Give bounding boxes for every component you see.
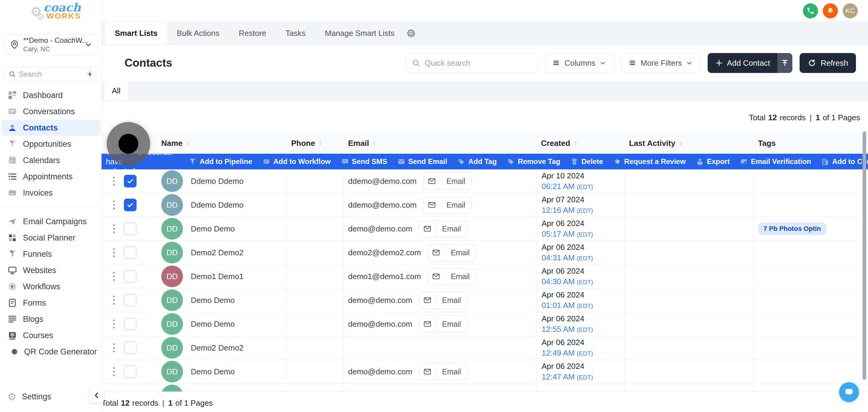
sidebar-item-qr-code-generator[interactable]: QR Code Generator — [0, 344, 101, 360]
send-email-button[interactable]: Email — [419, 292, 467, 309]
sort-icon[interactable] — [317, 140, 323, 146]
row-checkbox[interactable] — [124, 270, 136, 283]
send-email-button[interactable]: Email — [428, 268, 476, 285]
send-email-button[interactable]: Email — [428, 244, 476, 261]
sort-icon[interactable] — [572, 140, 579, 146]
sidebar-item-dashboard[interactable]: Dashboard — [0, 87, 101, 103]
add-to-company-button[interactable]: Add to Company — [821, 157, 868, 166]
send-email-button[interactable]: Email — [423, 173, 472, 190]
contact-name[interactable]: Demo Demo — [191, 296, 235, 305]
chevron-down-icon — [84, 41, 92, 49]
refresh-button[interactable]: Refresh — [800, 53, 856, 73]
sidebar-search-input[interactable] — [19, 70, 83, 78]
sidebar-item-opportunities[interactable]: Opportunities — [0, 136, 101, 152]
row-checkbox[interactable] — [124, 294, 136, 307]
tab-manage-smart-lists[interactable]: Manage Smart Lists — [315, 22, 404, 45]
add-contact-button[interactable]: Add Contact — [708, 53, 777, 73]
column-header-last-activity[interactable]: Last Activity — [624, 139, 753, 148]
send-email-button[interactable]: Email — [419, 220, 467, 237]
sidebar-item-contacts[interactable]: Contacts — [2, 120, 100, 136]
contact-name[interactable]: Demo Demo — [191, 319, 235, 329]
sidebar-item-email-campaigns[interactable]: Email Campaigns — [0, 213, 101, 230]
row-menu-button[interactable] — [111, 199, 117, 211]
send-sms-button[interactable]: Send SMS — [341, 157, 387, 166]
sidebar-collapse-button[interactable] — [89, 388, 104, 403]
import-contacts-button[interactable] — [777, 53, 792, 73]
row-checkbox[interactable] — [124, 175, 136, 187]
contact-name[interactable]: Ddemo Ddemo — [191, 200, 244, 210]
tag-pill[interactable]: 7 Pb Photos Optin — [758, 222, 827, 235]
row-menu-button[interactable] — [111, 342, 117, 354]
row-menu-button[interactable] — [111, 222, 117, 235]
contact-name[interactable]: Demo Demo — [191, 224, 235, 233]
sms-bubble-icon — [341, 158, 349, 165]
sidebar-item-conversations[interactable]: Conversations — [0, 103, 101, 120]
request-review-button[interactable]: Request a Review — [613, 157, 686, 166]
quick-search-input[interactable] — [425, 59, 531, 68]
sidebar-item-courses[interactable]: Courses — [0, 327, 101, 344]
sidebar-item-blogs[interactable]: Blogs — [0, 311, 101, 327]
row-menu-button[interactable] — [111, 294, 117, 307]
sidebar-item-funnels[interactable]: Funnels — [0, 246, 101, 262]
send-email-button[interactable]: Email — [419, 316, 467, 332]
row-checkbox[interactable] — [124, 318, 136, 330]
email-verification-button[interactable]: Email Verification — [740, 157, 811, 166]
sidebar-item-social-planner[interactable]: Social Planner — [0, 230, 101, 246]
row-checkbox[interactable] — [124, 246, 136, 259]
more-filters-button[interactable]: More Filters — [621, 53, 701, 73]
smart-list-settings-button[interactable] — [406, 22, 416, 45]
tab-smart-lists[interactable]: Smart Lists — [105, 22, 167, 45]
send-email-button[interactable]: Email — [419, 363, 467, 380]
row-menu-button[interactable] — [111, 175, 117, 187]
sidebar-item-settings[interactable]: ⚙ Settings — [0, 388, 101, 405]
add-to-workflow-button[interactable]: Add to Workflow — [262, 157, 331, 166]
column-header-phone[interactable]: Phone — [287, 139, 344, 148]
sidebar-item-workflows[interactable]: Workflows — [0, 279, 101, 295]
sort-icon[interactable] — [371, 140, 377, 146]
row-menu-button[interactable] — [111, 365, 117, 378]
power-bolt-icon[interactable] — [86, 70, 93, 78]
send-email-button[interactable]: Email — [423, 196, 472, 213]
contact-name[interactable]: Demo2 Demo2 — [191, 248, 244, 257]
add-tag-button[interactable]: Add Tag — [458, 157, 497, 166]
row-menu-button[interactable] — [111, 318, 117, 330]
tab-bulk-actions[interactable]: Bulk Actions — [167, 22, 229, 45]
contact-name[interactable]: Demo Demo — [191, 367, 235, 376]
tab-restore[interactable]: Restore — [229, 22, 276, 45]
contact-name[interactable]: Demo2 Demo2 — [191, 343, 244, 353]
column-header-name[interactable]: Name — [157, 139, 287, 148]
user-avatar[interactable]: KC — [843, 3, 858, 19]
tab-tasks[interactable]: Tasks — [276, 22, 315, 45]
company-building-icon — [821, 158, 829, 165]
sidebar-search[interactable] — [4, 67, 97, 82]
phone-button[interactable] — [803, 3, 818, 19]
contact-name[interactable]: Demo1 Demo1 — [191, 272, 244, 281]
row-checkbox[interactable] — [124, 365, 136, 378]
row-menu-button[interactable] — [111, 246, 117, 259]
sidebar-item-calendars[interactable]: Calendars — [0, 152, 101, 168]
chat-launcher-button[interactable] — [839, 382, 859, 402]
row-checkbox[interactable] — [124, 199, 136, 211]
export-button[interactable]: Export — [696, 157, 730, 166]
row-checkbox[interactable] — [124, 222, 136, 235]
sidebar-item-websites[interactable]: Websites — [0, 262, 101, 279]
vertical-scrollbar[interactable] — [863, 131, 866, 380]
quick-search[interactable] — [405, 53, 538, 73]
notifications-button[interactable] — [823, 3, 838, 19]
sort-icon[interactable] — [185, 140, 191, 146]
delete-button[interactable]: Delete — [570, 157, 603, 166]
remove-tag-button[interactable]: Remove Tag — [507, 157, 560, 166]
send-email-button[interactable]: Send Email — [397, 157, 447, 166]
sidebar-item-forms[interactable]: Forms — [0, 295, 101, 311]
column-header-email[interactable]: Email — [344, 139, 536, 148]
sidebar-item-appointments[interactable]: Appointments — [0, 168, 101, 185]
row-menu-button[interactable] — [111, 270, 117, 283]
columns-button[interactable]: Columns — [545, 53, 614, 73]
contact-name[interactable]: Ddemo Ddemo — [191, 177, 244, 186]
column-header-created[interactable]: Created — [536, 139, 624, 148]
add-to-pipeline-button[interactable]: Add to Pipeline — [189, 157, 252, 166]
view-tab-all[interactable]: All — [104, 81, 128, 101]
sort-icon[interactable] — [678, 140, 684, 146]
row-checkbox[interactable] — [124, 342, 136, 354]
location-switcher[interactable]: **Demo - CoachW... Cary, NC — [4, 34, 97, 55]
